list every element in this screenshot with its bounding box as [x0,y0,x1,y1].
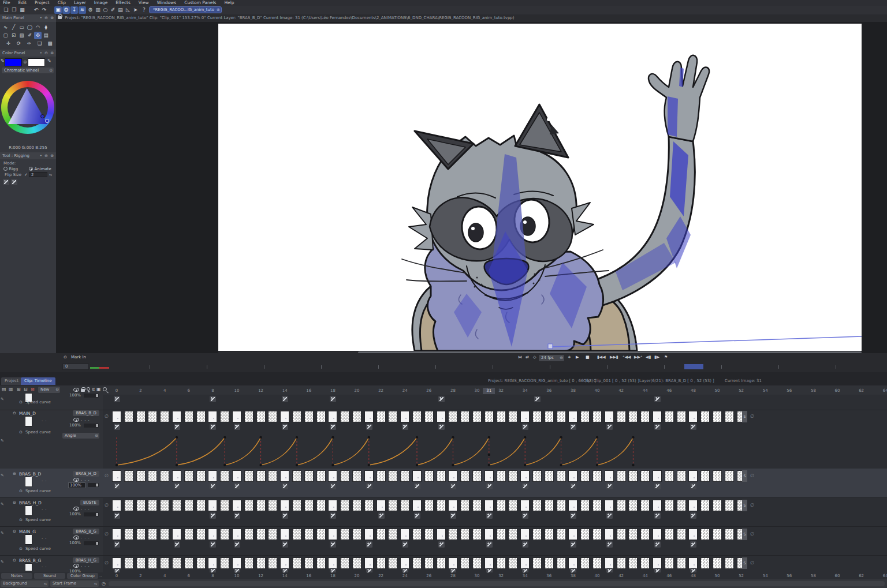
ruler-tick-22[interactable]: 22 [376,388,386,394]
keyframe-cell[interactable] [112,500,121,511]
ruler-bottom-tick-12[interactable]: 12 [256,574,266,579]
frame-cell[interactable] [713,411,722,422]
frame-cell[interactable] [136,470,146,482]
frame-cell[interactable] [508,470,517,482]
frame-cell[interactable] [532,500,542,511]
sound-button[interactable]: Sound [34,573,65,579]
keyframe-action-icon[interactable] [606,424,613,430]
pen-tool-icon[interactable]: ✐ [26,32,33,39]
keyframe-action-icon[interactable] [438,541,445,548]
frame-cell[interactable] [292,557,301,569]
frame-cell[interactable] [580,500,590,511]
ruler-bottom-tick-28[interactable]: 28 [448,574,458,579]
frame-cell[interactable] [617,529,626,540]
stamp-icon[interactable]: ▥ [9,387,13,392]
menu-effects[interactable]: Effects [115,0,131,6]
ruler-tick-46[interactable]: 46 [664,388,674,394]
layer-dots[interactable]: ·· [42,419,49,424]
keyframe-cell[interactable] [280,500,289,511]
menu-project[interactable]: Project [35,0,50,6]
ruler-tick-58[interactable]: 58 [808,388,818,394]
keyframe-cell[interactable] [485,500,494,511]
redo-icon[interactable]: ↷ [40,6,48,14]
frame-cell[interactable] [497,500,506,511]
frame-cell[interactable] [124,411,133,422]
flip-size-stepper[interactable]: ⇆ [49,173,52,177]
frame-cell[interactable] [304,557,314,569]
clock-icon[interactable]: ◷ [102,581,106,586]
frame-cell[interactable] [557,529,566,540]
menu-image[interactable]: Image [94,0,108,6]
keyframe-action-icon[interactable] [114,483,120,489]
select-lasso-tool-icon[interactable]: ▨ [18,32,25,39]
frame-cell[interactable] [424,529,434,540]
frame-cell[interactable] [460,529,469,540]
camera-tool-icon[interactable]: ▤ [42,32,50,39]
frame-cell[interactable] [220,557,229,569]
frame-cell[interactable] [220,529,229,540]
ruler-tick-20[interactable]: 20 [352,388,362,394]
keyframe-action-icon[interactable] [486,512,493,519]
frame-cell[interactable] [352,557,361,569]
keyframe-action-icon[interactable] [114,424,120,430]
keyframe-cell[interactable] [448,470,457,482]
layer-tag-button[interactable]: BRAS_B_D [73,410,99,416]
keyframe-cell[interactable] [364,411,374,422]
frame-cell[interactable] [532,557,542,569]
keyframe-action-icon[interactable] [174,483,180,489]
keyframe-cell[interactable] [485,557,494,569]
keyframe-cell[interactable] [605,529,614,540]
toggle-lock-icon[interactable] [81,389,85,392]
keyframe-action-icon[interactable] [234,541,240,548]
frame-cell[interactable] [580,529,590,540]
tab-project[interactable]: Project [1,377,22,385]
speed-curve-toggle-icon[interactable]: ⊙ [19,400,23,405]
ruler-bottom-tick-36[interactable]: 36 [544,574,554,579]
keyframe-action-icon[interactable] [282,483,288,489]
opacity-slider[interactable] [84,394,99,398]
ruler-tick-34[interactable]: 34 [520,388,530,394]
layer-visibility-icon[interactable] [73,507,79,511]
layer-edit-icon[interactable]: ✎ [1,397,4,402]
speed-curve-toggle-icon[interactable]: ⊙ [19,546,23,551]
keyframe-action-icon[interactable] [522,483,528,489]
keyframe-cell[interactable] [232,557,241,569]
frame-cell[interactable] [304,500,314,511]
curve-tool-icon[interactable]: ∿ [2,24,9,31]
keyframe-action-icon[interactable] [690,483,696,489]
ruler-tick-64[interactable]: 64 [880,388,887,394]
keyframe-action-icon[interactable] [366,483,372,489]
ruler-bottom-tick-46[interactable]: 46 [664,574,674,579]
keyframe-action-icon[interactable] [402,424,408,430]
frame-cell[interactable] [497,557,506,569]
ruler-tick-10[interactable]: 10 [232,388,242,394]
frame-cell[interactable] [148,557,157,569]
keyframe-cell[interactable] [485,529,494,540]
keyframe-cell[interactable] [653,411,662,422]
keyframe-cell[interactable] [172,529,181,540]
frame-cell[interactable] [713,470,722,482]
frame-cell[interactable] [256,529,266,540]
flip-size-field[interactable]: 2 [29,172,47,177]
keyframe-cell[interactable] [280,529,289,540]
ruler-bottom-tick-58[interactable]: 58 [808,574,818,579]
layer-option-dots[interactable]: ··· [81,536,92,541]
frame-cell[interactable] [497,470,506,482]
keyframe-action-icon[interactable] [210,396,216,402]
layer-tag-button[interactable]: BRAS_H_D [73,471,99,477]
loop-icon[interactable]: ⇄ [526,355,529,359]
menu-layer[interactable]: Layer [74,0,86,6]
ruler-tick-26[interactable]: 26 [424,388,434,394]
layer-dots[interactable]: ·· [42,537,49,541]
angle-speed-curve[interactable] [107,432,752,469]
frame-cell[interactable] [700,500,710,511]
frame-cell[interactable] [677,529,686,540]
save-icon[interactable]: ▦ [18,6,26,14]
frame-cell[interactable] [412,557,422,569]
frame-cell[interactable] [545,529,554,540]
close-tab-icon[interactable]: ⊗ [217,7,220,13]
frame-cell[interactable] [532,529,542,540]
keyframe-action-icon[interactable] [210,512,216,519]
frame-cell[interactable] [557,411,566,422]
keyframe-cell[interactable] [485,470,494,482]
